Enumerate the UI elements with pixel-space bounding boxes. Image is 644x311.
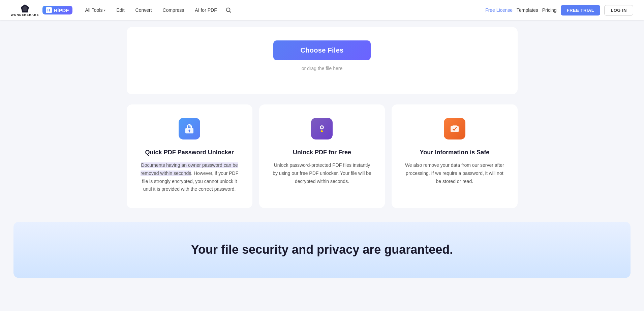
svg-marker-9 — [320, 129, 323, 132]
security-section: Your file security and privacy are guara… — [13, 222, 631, 278]
feature-desc-3: We also remove your data from our server… — [404, 161, 505, 185]
feature-card-free: Unlock PDF for Free Unlock password-prot… — [259, 104, 385, 208]
nav-free-license[interactable]: Free License — [485, 7, 513, 13]
feature-title-2: Unlock PDF for Free — [293, 149, 351, 156]
main-content: Choose Files or drag the file here Quick… — [0, 20, 644, 291]
hipdf-badge[interactable]: H HiPDF — [42, 6, 72, 14]
wondershare-diamond-icon — [20, 4, 30, 13]
svg-point-10 — [321, 126, 323, 128]
navbar: wondershare H HiPDF All Tools ▾ Edit Con… — [0, 0, 644, 20]
feature-cards: Quick PDF Password Unlocker Documents ha… — [127, 104, 518, 208]
security-title: Your file security and privacy are guara… — [27, 242, 617, 258]
wondershare-text: wondershare — [11, 13, 39, 17]
nav-convert[interactable]: Convert — [131, 5, 157, 15]
nav-right: Free License Templates Pricing FREE TRIA… — [485, 5, 633, 15]
feature-card-safe: Your Information is Safe We also remove … — [392, 104, 517, 208]
chevron-down-icon: ▾ — [104, 8, 105, 12]
svg-point-2 — [226, 8, 230, 12]
free-trial-button[interactable]: FREE TRIAL — [561, 5, 601, 15]
info-safe-icon — [444, 118, 465, 139]
nav-edit[interactable]: Edit — [112, 5, 129, 15]
feature-title-3: Your Information is Safe — [420, 149, 489, 156]
svg-rect-12 — [453, 125, 457, 127]
feature-title-1: Quick PDF Password Unlocker — [145, 149, 234, 156]
feature-desc-2: Unlock password-protected PDF files inst… — [271, 161, 373, 185]
search-icon[interactable] — [223, 5, 234, 15]
nav-templates[interactable]: Templates — [517, 7, 538, 13]
nav-compress[interactable]: Compress — [158, 5, 189, 15]
svg-line-3 — [229, 11, 231, 13]
hipdf-label: HiPDF — [54, 7, 69, 13]
highlight-span: Documents having an owner password can b… — [141, 162, 238, 176]
feature-card-unlocker: Quick PDF Password Unlocker Documents ha… — [127, 104, 252, 208]
upload-card: Choose Files or drag the file here — [127, 27, 518, 94]
nav-all-tools[interactable]: All Tools ▾ — [81, 5, 111, 15]
nav-pricing[interactable]: Pricing — [542, 7, 557, 13]
brand-logo: wondershare H HiPDF — [11, 4, 72, 17]
drag-text: or drag the file here — [302, 66, 342, 71]
quick-unlocker-icon — [179, 118, 200, 139]
login-button[interactable]: LOG IN — [604, 5, 633, 15]
unlock-free-icon — [311, 118, 333, 139]
feature-desc-1: Documents having an owner password can b… — [139, 161, 240, 193]
nav-ai-for-pdf[interactable]: AI for PDF — [190, 5, 221, 15]
hipdf-icon: H — [46, 7, 52, 13]
choose-files-button[interactable]: Choose Files — [273, 40, 370, 60]
nav-links: All Tools ▾ Edit Convert Compress AI for… — [81, 5, 486, 15]
wondershare-logo: wondershare — [11, 4, 39, 17]
